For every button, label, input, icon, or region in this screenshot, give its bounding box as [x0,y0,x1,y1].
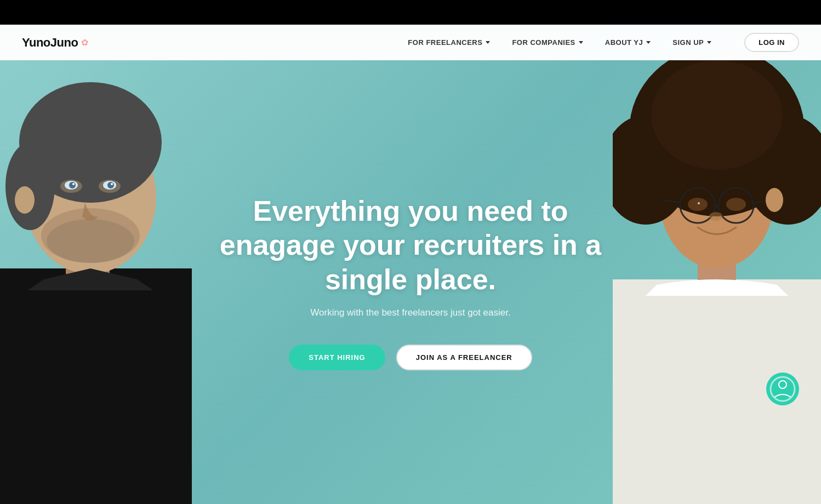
hero-title-line1: Everything you need to [253,195,568,227]
logo-area: YunoJuno ✿ [22,36,88,50]
nav-item-freelancers[interactable]: FOR FREELANCERS [397,34,501,51]
nav-label-signup: SIGN UP [672,38,704,47]
hero-content: Everything you need to enagage your recr… [0,25,821,504]
hero-title-line2: enagage your recruiters in a single plac… [220,229,602,295]
nav-link-freelancers[interactable]: FOR FREELANCERS [397,34,501,51]
nav-link-signup[interactable]: SIGN UP [662,34,722,51]
join-freelancer-button[interactable]: JOIN AS A FREELANCER [396,345,532,370]
nav-links: FOR FREELANCERS FOR COMPANIES ABOUT YJ S… [397,34,722,51]
navbar: YunoJuno ✿ FOR FREELANCERS FOR COMPANIES [0,25,821,60]
hero-buttons: START HIRING JOIN AS A FREELANCER [289,345,532,370]
nav-link-companies[interactable]: FOR COMPANIES [501,34,594,51]
nav-item-companies[interactable]: FOR COMPANIES [501,34,594,51]
start-hiring-button[interactable]: START HIRING [289,345,385,370]
logo-flower-icon: ✿ [81,37,88,48]
nav-label-freelancers: FOR FREELANCERS [408,38,482,47]
chevron-down-icon-3 [646,41,651,44]
page-wrapper: YunoJuno ✿ FOR FREELANCERS FOR COMPANIES [0,25,821,504]
logo-text: YunoJuno [22,36,78,50]
chevron-down-icon-2 [579,41,583,44]
login-button[interactable]: LOG IN [744,33,799,52]
chevron-down-icon [486,41,490,44]
hero-title: Everything you need to enagage your recr… [213,194,608,296]
nav-item-about[interactable]: ABOUT YJ [594,34,662,51]
logo-yuno: YunoJuno [22,36,78,49]
hero-subtitle: Working with the best freelancers just g… [310,307,510,318]
nav-item-signup[interactable]: SIGN UP [662,34,722,51]
nav-label-companies: FOR COMPANIES [512,38,575,47]
nav-label-about: ABOUT YJ [605,38,643,47]
top-bar [0,0,821,25]
chevron-down-icon-4 [707,41,711,44]
nav-link-about[interactable]: ABOUT YJ [594,34,662,51]
